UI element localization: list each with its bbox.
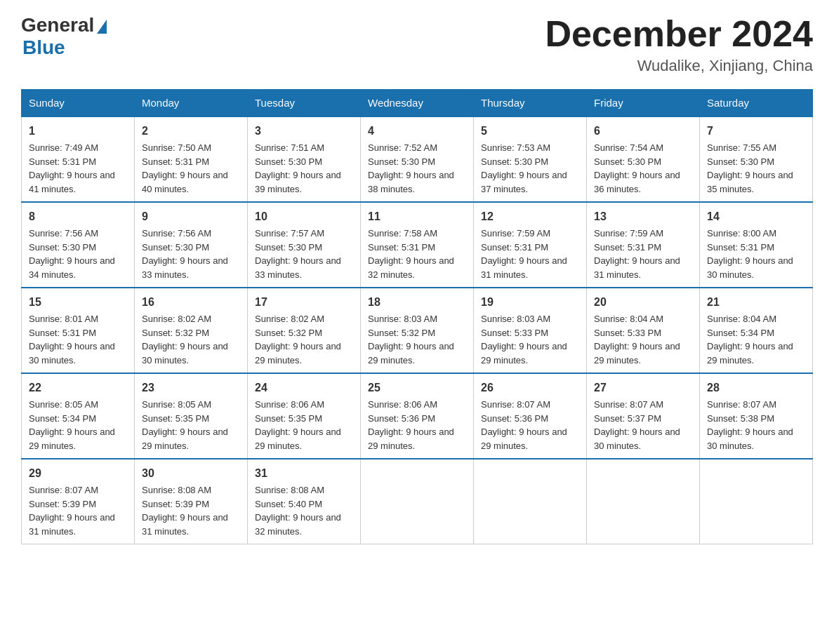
- day-number: 29: [29, 465, 127, 482]
- page-header: General Blue December 2024 Wudalike, Xin…: [21, 14, 813, 75]
- logo-triangle-icon: [97, 20, 107, 34]
- day-number: 16: [142, 294, 240, 311]
- calendar-cell: 27Sunrise: 8:07 AMSunset: 5:37 PMDayligh…: [587, 373, 700, 459]
- calendar-cell: 1Sunrise: 7:49 AMSunset: 5:31 PMDaylight…: [22, 116, 135, 202]
- day-number: 8: [29, 208, 127, 225]
- calendar-cell: 17Sunrise: 8:02 AMSunset: 5:32 PMDayligh…: [248, 288, 361, 373]
- month-title: December 2024: [545, 14, 813, 54]
- calendar-cell: 5Sunrise: 7:53 AMSunset: 5:30 PMDaylight…: [474, 116, 587, 202]
- day-number: 1: [29, 123, 127, 140]
- calendar-cell: 15Sunrise: 8:01 AMSunset: 5:31 PMDayligh…: [22, 288, 135, 373]
- day-number: 28: [707, 380, 805, 396]
- logo-general-text: General: [21, 14, 94, 36]
- calendar-cell: [700, 459, 813, 544]
- day-number: 27: [594, 380, 692, 396]
- calendar-cell: 19Sunrise: 8:03 AMSunset: 5:33 PMDayligh…: [474, 288, 587, 373]
- col-header-tuesday: Tuesday: [248, 90, 361, 117]
- calendar-cell: 21Sunrise: 8:04 AMSunset: 5:34 PMDayligh…: [700, 288, 813, 373]
- day-number: 18: [368, 294, 466, 311]
- calendar-week-3: 15Sunrise: 8:01 AMSunset: 5:31 PMDayligh…: [22, 288, 813, 373]
- day-number: 9: [142, 208, 240, 225]
- calendar-header-row: SundayMondayTuesdayWednesdayThursdayFrid…: [22, 90, 813, 117]
- calendar-cell: 4Sunrise: 7:52 AMSunset: 5:30 PMDaylight…: [361, 116, 474, 202]
- calendar-week-2: 8Sunrise: 7:56 AMSunset: 5:30 PMDaylight…: [22, 202, 813, 288]
- day-number: 26: [481, 380, 579, 396]
- calendar-cell: 9Sunrise: 7:56 AMSunset: 5:30 PMDaylight…: [135, 202, 248, 288]
- calendar-cell: 12Sunrise: 7:59 AMSunset: 5:31 PMDayligh…: [474, 202, 587, 288]
- day-number: 13: [594, 208, 692, 225]
- calendar-table: SundayMondayTuesdayWednesdayThursdayFrid…: [21, 89, 813, 544]
- logo: General Blue: [21, 14, 107, 59]
- calendar-cell: 24Sunrise: 8:06 AMSunset: 5:35 PMDayligh…: [248, 373, 361, 459]
- day-number: 10: [255, 208, 353, 225]
- day-number: 4: [368, 123, 466, 140]
- day-number: 6: [594, 123, 692, 140]
- calendar-cell: 18Sunrise: 8:03 AMSunset: 5:32 PMDayligh…: [361, 288, 474, 373]
- calendar-cell: [361, 459, 474, 544]
- calendar-cell: 30Sunrise: 8:08 AMSunset: 5:39 PMDayligh…: [135, 459, 248, 544]
- title-block: December 2024 Wudalike, Xinjiang, China: [545, 14, 813, 75]
- calendar-week-4: 22Sunrise: 8:05 AMSunset: 5:34 PMDayligh…: [22, 373, 813, 459]
- calendar-cell: 6Sunrise: 7:54 AMSunset: 5:30 PMDaylight…: [587, 116, 700, 202]
- calendar-cell: 3Sunrise: 7:51 AMSunset: 5:30 PMDaylight…: [248, 116, 361, 202]
- day-number: 31: [255, 465, 353, 482]
- day-number: 15: [29, 294, 127, 311]
- calendar-cell: 28Sunrise: 8:07 AMSunset: 5:38 PMDayligh…: [700, 373, 813, 459]
- calendar-cell: 31Sunrise: 8:08 AMSunset: 5:40 PMDayligh…: [248, 459, 361, 544]
- day-number: 5: [481, 123, 579, 140]
- calendar-cell: 29Sunrise: 8:07 AMSunset: 5:39 PMDayligh…: [22, 459, 135, 544]
- calendar-week-1: 1Sunrise: 7:49 AMSunset: 5:31 PMDaylight…: [22, 116, 813, 202]
- day-number: 17: [255, 294, 353, 311]
- calendar-cell: 14Sunrise: 8:00 AMSunset: 5:31 PMDayligh…: [700, 202, 813, 288]
- day-number: 19: [481, 294, 579, 311]
- col-header-wednesday: Wednesday: [361, 90, 474, 117]
- calendar-cell: 16Sunrise: 8:02 AMSunset: 5:32 PMDayligh…: [135, 288, 248, 373]
- calendar-cell: 8Sunrise: 7:56 AMSunset: 5:30 PMDaylight…: [22, 202, 135, 288]
- calendar-cell: [587, 459, 700, 544]
- col-header-thursday: Thursday: [474, 90, 587, 117]
- day-number: 21: [707, 294, 805, 311]
- logo-blue-text: Blue: [22, 36, 65, 59]
- day-number: 14: [707, 208, 805, 225]
- calendar-cell: 22Sunrise: 8:05 AMSunset: 5:34 PMDayligh…: [22, 373, 135, 459]
- calendar-cell: 13Sunrise: 7:59 AMSunset: 5:31 PMDayligh…: [587, 202, 700, 288]
- col-header-saturday: Saturday: [700, 90, 813, 117]
- calendar-cell: 23Sunrise: 8:05 AMSunset: 5:35 PMDayligh…: [135, 373, 248, 459]
- location-title: Wudalike, Xinjiang, China: [545, 57, 813, 75]
- day-number: 20: [594, 294, 692, 311]
- calendar-cell: 10Sunrise: 7:57 AMSunset: 5:30 PMDayligh…: [248, 202, 361, 288]
- calendar-cell: 26Sunrise: 8:07 AMSunset: 5:36 PMDayligh…: [474, 373, 587, 459]
- day-number: 12: [481, 208, 579, 225]
- calendar-cell: 7Sunrise: 7:55 AMSunset: 5:30 PMDaylight…: [700, 116, 813, 202]
- calendar-cell: [474, 459, 587, 544]
- calendar-cell: 11Sunrise: 7:58 AMSunset: 5:31 PMDayligh…: [361, 202, 474, 288]
- col-header-sunday: Sunday: [22, 90, 135, 117]
- day-number: 23: [142, 380, 240, 396]
- calendar-cell: 2Sunrise: 7:50 AMSunset: 5:31 PMDaylight…: [135, 116, 248, 202]
- day-number: 11: [368, 208, 466, 225]
- col-header-monday: Monday: [135, 90, 248, 117]
- day-number: 30: [142, 465, 240, 482]
- day-number: 25: [368, 380, 466, 396]
- day-number: 2: [142, 123, 240, 140]
- calendar-cell: 25Sunrise: 8:06 AMSunset: 5:36 PMDayligh…: [361, 373, 474, 459]
- col-header-friday: Friday: [587, 90, 700, 117]
- day-number: 3: [255, 123, 353, 140]
- day-number: 7: [707, 123, 805, 140]
- calendar-week-5: 29Sunrise: 8:07 AMSunset: 5:39 PMDayligh…: [22, 459, 813, 544]
- day-number: 22: [29, 380, 127, 396]
- calendar-cell: 20Sunrise: 8:04 AMSunset: 5:33 PMDayligh…: [587, 288, 700, 373]
- day-number: 24: [255, 380, 353, 396]
